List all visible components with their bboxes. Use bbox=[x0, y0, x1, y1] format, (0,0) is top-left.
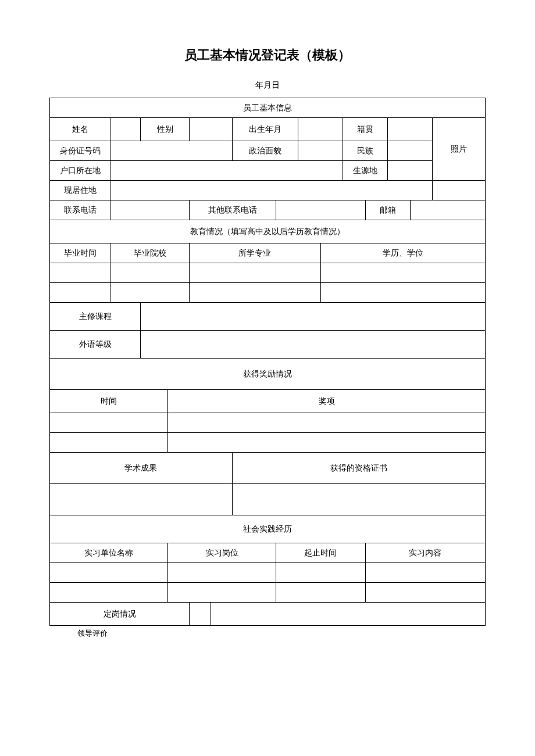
cell bbox=[298, 141, 343, 161]
label-gender: 性别 bbox=[141, 118, 190, 141]
cell bbox=[276, 200, 365, 220]
cell bbox=[168, 433, 486, 453]
cell bbox=[50, 413, 168, 433]
label-internorg: 实习单位名称 bbox=[50, 543, 168, 563]
cell bbox=[110, 283, 190, 303]
label-interncontent: 实习内容 bbox=[365, 543, 485, 563]
section-social: 社会实践经历 bbox=[50, 515, 486, 543]
cell bbox=[110, 118, 141, 141]
cell bbox=[110, 200, 190, 220]
label-gradtime: 毕业时间 bbox=[50, 243, 110, 263]
label-gradschool: 毕业院校 bbox=[110, 243, 190, 263]
label-id: 身份证号码 bbox=[50, 141, 110, 161]
label-residence: 现居住地 bbox=[50, 181, 110, 200]
section-awards: 获得奖励情况 bbox=[50, 359, 486, 390]
cell bbox=[168, 413, 486, 433]
cell bbox=[232, 484, 485, 515]
date-line: 年月日 bbox=[49, 80, 486, 91]
cell bbox=[141, 303, 486, 331]
label-origin: 生源地 bbox=[343, 161, 388, 181]
cell bbox=[168, 563, 276, 583]
cell bbox=[433, 181, 486, 200]
label-phone: 联系电话 bbox=[50, 200, 110, 220]
label-time: 时间 bbox=[50, 390, 168, 413]
cell bbox=[410, 200, 485, 220]
cell bbox=[50, 263, 110, 283]
form-table: 员工基本信息 姓名 性别 出生年月 籍贯 照片 身份证号码 政治面貌 民族 户口… bbox=[49, 98, 486, 626]
cell bbox=[50, 283, 110, 303]
label-award: 奖项 bbox=[168, 390, 486, 413]
cell bbox=[50, 563, 168, 583]
label-photo: 照片 bbox=[433, 118, 486, 181]
cell bbox=[298, 118, 343, 141]
label-major: 所学专业 bbox=[190, 243, 321, 263]
cell bbox=[190, 118, 232, 141]
cell bbox=[190, 263, 321, 283]
cell bbox=[388, 118, 433, 141]
cell bbox=[50, 484, 233, 515]
label-cert: 获得的资格证书 bbox=[232, 453, 485, 484]
cell bbox=[211, 603, 485, 626]
section-education: 教育情况（填写高中及以后学历教育情况） bbox=[50, 220, 486, 243]
cell bbox=[276, 563, 365, 583]
label-birth: 出生年月 bbox=[232, 118, 298, 141]
label-email: 邮箱 bbox=[365, 200, 410, 220]
section-basic: 员工基本信息 bbox=[50, 98, 486, 118]
cell bbox=[50, 583, 168, 603]
label-name: 姓名 bbox=[50, 118, 110, 141]
cell bbox=[365, 563, 485, 583]
label-internperiod: 起止时间 bbox=[276, 543, 365, 563]
label-lang: 外语等级 bbox=[50, 331, 141, 359]
cell bbox=[388, 161, 433, 181]
cell bbox=[110, 141, 232, 161]
cell bbox=[276, 583, 365, 603]
cell bbox=[110, 181, 433, 200]
cell bbox=[110, 161, 343, 181]
cell bbox=[168, 583, 276, 603]
label-ethnicity: 民族 bbox=[343, 141, 388, 161]
label-political: 政治面貌 bbox=[232, 141, 298, 161]
label-hukou: 户口所在地 bbox=[50, 161, 110, 181]
cell bbox=[141, 331, 486, 359]
cell bbox=[320, 283, 485, 303]
cell bbox=[190, 283, 321, 303]
label-internpos: 实习岗位 bbox=[168, 543, 276, 563]
cell bbox=[110, 263, 190, 283]
label-maincourse: 主修课程 bbox=[50, 303, 141, 331]
cell bbox=[365, 583, 485, 603]
page-title: 员工基本情况登记表（模板） bbox=[49, 46, 486, 64]
label-academic: 学术成果 bbox=[50, 453, 233, 484]
label-degree: 学历、学位 bbox=[320, 243, 485, 263]
cell bbox=[190, 603, 211, 626]
label-native: 籍贯 bbox=[343, 118, 388, 141]
label-otherphone: 其他联系电话 bbox=[190, 200, 276, 220]
label-poststatus: 定岗情况 bbox=[50, 603, 190, 626]
label-leadereval: 领导评价 bbox=[49, 626, 486, 639]
cell bbox=[320, 263, 485, 283]
cell bbox=[50, 433, 168, 453]
cell bbox=[388, 141, 433, 161]
